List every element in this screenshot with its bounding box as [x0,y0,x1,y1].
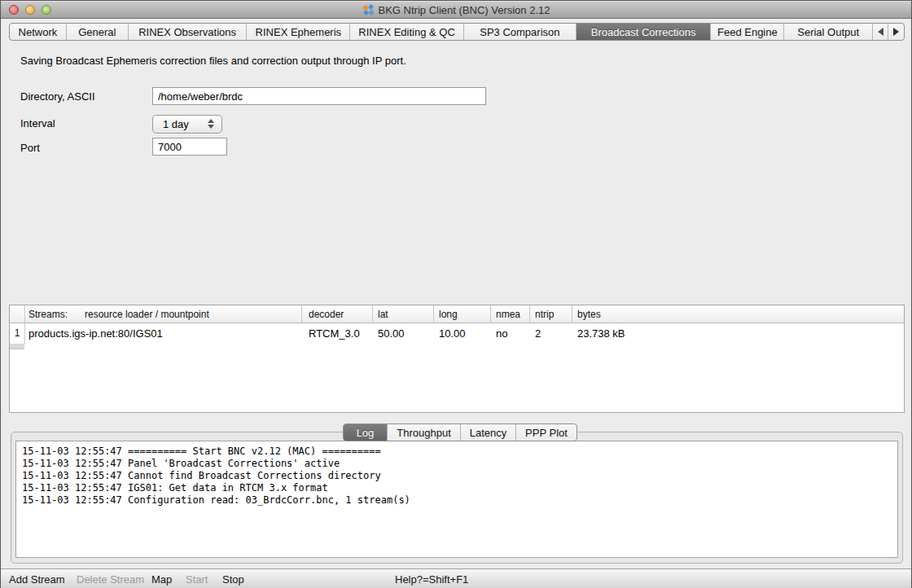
column-header-mountpoint: resource loader / mountpoint [85,305,209,323]
map-button[interactable]: Map [151,569,172,588]
tab-network[interactable]: Network [10,24,67,40]
interval-selected-value: 1 day [163,118,189,130]
main-tab-bar: Network General RINEX Observations RINEX… [9,23,905,41]
log-line: 15-11-03 12:55:47 Cannot find Broadcast … [22,470,897,482]
column-header-nmea: nmea [496,305,520,323]
window-title: BKG Ntrip Client (BNC) Version 2.12 [379,4,550,16]
cell-lat: 50.00 [378,323,405,344]
help-shortcut-label: Help?=Shift+F1 [395,569,468,588]
cell-ntrip: 2 [535,323,541,344]
delete-stream-button: Delete Stream [77,569,144,588]
column-header-ntrip: ntrip [535,305,554,323]
stop-button[interactable]: Stop [222,569,244,588]
tab-scroll-right-button[interactable] [888,24,904,40]
directory-ascii-input[interactable] [152,87,486,105]
streams-table: Streams: resource loader / mountpoint de… [9,305,905,413]
tab-general[interactable]: General [67,24,129,40]
tab-rinex-editing-qc[interactable]: RINEX Editing & QC [350,24,464,40]
column-header-lat: lat [378,305,388,323]
tab-sp3-comparison[interactable]: SP3 Comparison [464,24,577,40]
row-header-stub [10,344,24,349]
cell-decoder: RTCM_3.0 [309,323,360,344]
status-bar: Add Stream Delete Stream Map Start Stop … [1,568,911,588]
tab-feed-engine[interactable]: Feed Engine [711,24,784,40]
scroll-right-icon [893,28,899,36]
app-window: BKG Ntrip Client (BNC) Version 2.12 Netw… [0,0,912,588]
tab-scroll-left-button[interactable] [873,24,888,40]
log-tab-bar: Log Throughput Latency PPP Plot [343,423,577,441]
column-header-bytes: bytes [577,305,601,323]
tab-rinex-ephemeris[interactable]: RINEX Ephemeris [247,24,350,40]
interval-label: Interval [20,117,55,129]
log-text-area: 15-11-03 12:55:47 ========== Start BNC v… [15,441,898,558]
cell-long: 10.00 [439,323,466,344]
cell-bytes: 23.738 kB [577,323,625,344]
port-input[interactable] [152,138,227,156]
tab-broadcast-corrections[interactable]: Broadcast Corrections [577,24,712,40]
start-button: Start [186,569,208,588]
log-line: 15-11-03 12:55:47 ========== Start BNC v… [22,445,897,458]
tab-ppp-plot[interactable]: PPP Plot [516,424,577,441]
add-stream-button[interactable]: Add Stream [9,569,65,588]
tab-latency[interactable]: Latency [461,424,516,441]
log-line: 15-11-03 12:55:47 IGS01: Get data in RTC… [22,482,897,494]
title-bar: BKG Ntrip Client (BNC) Version 2.12 [1,1,911,19]
column-header-decoder: decoder [309,305,344,323]
directory-ascii-label: Directory, ASCII [20,90,95,103]
table-row[interactable]: products.igs-ip.net:80/IGS01 RTCM_3.0 50… [10,323,904,344]
tab-serial-output[interactable]: Serial Output [784,24,873,40]
log-panel: 15-11-03 12:55:47 ========== Start BNC v… [11,432,903,564]
log-line: 15-11-03 12:55:47 Panel 'Broadcast Corre… [22,458,897,470]
tab-log[interactable]: Log [344,424,388,441]
streams-header-label: Streams: [28,305,68,323]
combobox-stepper-icon [208,119,214,129]
cell-nmea: no [496,323,507,344]
tab-rinex-observations[interactable]: RINEX Observations [129,24,248,40]
interval-select[interactable]: 1 day [152,115,222,134]
port-label: Port [20,142,40,154]
tab-throughput[interactable]: Throughput [388,424,461,441]
column-header-long: long [439,305,458,323]
app-icon [362,4,375,16]
panel-description: Saving Broadcast Ephemeris correction fi… [20,55,406,67]
log-line: 15-11-03 12:55:47 Configuration read: 03… [22,494,897,507]
scroll-left-icon [878,28,884,36]
streams-table-header: Streams: resource loader / mountpoint de… [10,305,904,323]
cell-mountpoint: products.igs-ip.net:80/IGS01 [28,323,163,344]
